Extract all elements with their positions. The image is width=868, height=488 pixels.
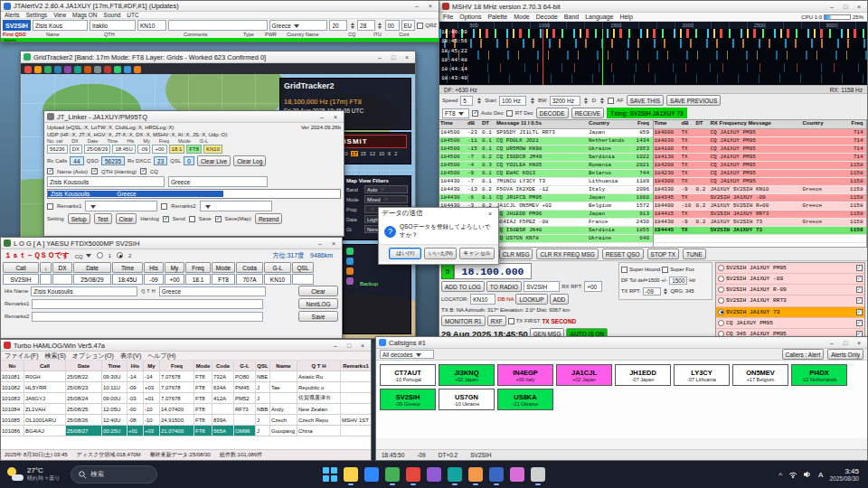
filter-select[interactable]: Mixed — [364, 195, 408, 203]
taskbar-app-icon[interactable] — [531, 467, 545, 482]
rxf-button[interactable]: RXF — [487, 315, 506, 326]
menu-item[interactable]: Mags ON — [72, 12, 97, 18]
menu-item[interactable]: Language — [585, 14, 613, 20]
title-bar[interactable]: Callsigns #1 — [376, 337, 867, 349]
gen-message-row[interactable]: CQ JA1XUY PM95 — [716, 318, 864, 329]
callers-alert-toggle[interactable]: Callers : Alert — [782, 349, 825, 360]
cq-zone-stepper[interactable] — [349, 21, 355, 31]
txe-checkbox[interactable] — [856, 320, 863, 326]
column-button[interactable]: Date — [73, 262, 111, 273]
menu-item[interactable]: ヘルプ(H) — [147, 352, 175, 361]
wifi-icon[interactable] — [788, 471, 797, 478]
action-button[interactable]: STOP TX — [647, 249, 679, 259]
txe-checkbox[interactable] — [856, 309, 863, 315]
toolbar-icon[interactable] — [44, 66, 52, 73]
tx-rpt-stepper[interactable] — [663, 286, 669, 296]
entry-field[interactable]: -09 — [144, 274, 164, 285]
entry-field[interactable]: 25/08/29 — [73, 274, 111, 285]
decode-row[interactable]: 184500 -11 0.1 CQ PD0LK JO21 Netherlands… — [439, 137, 653, 145]
clear-live-button[interactable]: Clear Live — [197, 155, 231, 166]
super-hound-checkbox[interactable] — [621, 267, 627, 273]
column-header[interactable]: Name — [270, 361, 297, 371]
close-button[interactable] — [401, 52, 412, 62]
setup-button[interactable]: Setup — [68, 213, 90, 224]
column-header[interactable]: His — [127, 361, 144, 371]
toolbar-icon[interactable] — [34, 66, 42, 73]
log-table-row[interactable]: 101085 OL1001ARU 25/08/26 12:40U -08 -10… — [1, 415, 371, 426]
band-item[interactable]: 10 — [378, 151, 385, 156]
bw-value[interactable]: 3200 Hz — [550, 96, 580, 106]
country-select[interactable]: Greece — [269, 20, 328, 31]
message-radio[interactable] — [718, 265, 724, 271]
column-button[interactable]: QSL — [292, 262, 314, 273]
his-name-field[interactable]: Zisis Kousoulis — [31, 286, 137, 296]
action-button[interactable]: CLR RX FREQ MSG — [536, 249, 598, 259]
remarks2-field[interactable] — [32, 312, 263, 322]
callsign-tile[interactable]: LY3CY -07 Lithuania — [674, 364, 730, 386]
minimize-button[interactable] — [826, 2, 837, 12]
callsign-tile[interactable]: JI3KNQ +02 Japan — [439, 364, 495, 386]
menu-item[interactable]: File — [443, 14, 453, 20]
remarks2-select[interactable] — [200, 201, 272, 211]
menu-item[interactable]: Palette — [487, 14, 507, 20]
rx-rpt-value[interactable]: +00 — [584, 281, 602, 292]
column-button[interactable]: Freq — [185, 262, 211, 273]
decode-row[interactable]: 184300 TX CQ JA1XUY PM95 1158 — [654, 178, 867, 186]
menu-item[interactable]: View — [53, 12, 66, 18]
start-value[interactable]: 100 Hz — [499, 96, 526, 106]
close-button[interactable] — [854, 2, 864, 12]
column-button[interactable]: Coda — [236, 262, 263, 273]
send-checkbox[interactable] — [163, 216, 169, 222]
continent-field[interactable]: EU — [401, 20, 416, 31]
taskbar-app-icon[interactable] — [510, 467, 524, 482]
receive-button[interactable]: RECEIVE — [571, 108, 605, 118]
taskbar-app-icon[interactable] — [427, 467, 441, 482]
taskbar-app-icon[interactable] — [489, 467, 504, 482]
callsign-tile[interactable]: ON5MEV +17 Belgium — [732, 364, 788, 386]
resend-button[interactable]: Resend — [255, 213, 282, 224]
gen-message-row[interactable]: SV2SIH JA1XUY RR73 — [716, 296, 864, 306]
monitor-button[interactable]: MONITOR R1 — [441, 315, 486, 326]
remarks1-select[interactable] — [85, 201, 157, 211]
action-button[interactable]: CLR MSG — [499, 249, 533, 259]
clock[interactable]: 3:45 2025/08/30 — [829, 467, 859, 483]
toolbar-icon[interactable] — [64, 66, 71, 73]
entry-field[interactable]: +00 — [165, 274, 184, 285]
menu-item[interactable]: Alerts — [5, 12, 20, 18]
decode-row[interactable]: 184430 -13 0.2 F5GVA IK2XDE -12 Italy 20… — [439, 186, 653, 194]
close-button[interactable] — [330, 112, 341, 122]
message-radio[interactable] — [718, 297, 724, 304]
menu-item[interactable]: Help — [619, 14, 632, 20]
rt-dec-checkbox[interactable] — [506, 110, 513, 117]
menu-item[interactable]: Mode — [514, 14, 530, 20]
option2-radio[interactable] — [117, 252, 123, 258]
title-bar[interactable]: JT_Linker - JA1XUY/PM95TQ — [44, 111, 344, 123]
decode-row[interactable]: 184030 TX CQ JA1XUY PM95 714 — [654, 137, 867, 145]
entry-field[interactable]: SV2SIH — [3, 274, 39, 285]
qth-hamlog-checkbox[interactable] — [91, 168, 98, 174]
tx-frequency-cursor[interactable] — [542, 29, 543, 85]
txe-checkbox[interactable] — [856, 265, 863, 271]
clear-log-button[interactable]: Clear Log — [233, 155, 266, 166]
toolbar-icon[interactable] — [94, 66, 101, 73]
comments-field[interactable] — [168, 20, 268, 31]
locator-value[interactable]: KN10 — [470, 294, 495, 305]
name-field[interactable]: Zisis Kous — [33, 20, 88, 31]
mode-select[interactable]: FT8 — [442, 108, 469, 118]
minimize-button[interactable] — [411, 1, 422, 11]
menu-item[interactable]: Band — [564, 14, 579, 20]
decode-row[interactable]: 184500 -23 0.1 SP9SDY JI1LTL RR73 Japan … — [439, 129, 653, 137]
log-table-row[interactable]: 101083 JA6GYJ 25/08/24 09:00U -03 +01 7,… — [1, 393, 371, 404]
super-fox-checkbox[interactable] — [662, 267, 668, 273]
entry-field[interactable]: 707A — [236, 274, 263, 285]
band-item[interactable]: 17 — [351, 151, 358, 156]
column-header[interactable]: QSL — [256, 361, 270, 371]
txe-checkbox[interactable] — [856, 297, 863, 304]
callsign-tile[interactable]: US8KA -21 Ukraine — [497, 389, 553, 410]
decoded-callsign-button[interactable]: SV2SIH — [3, 20, 31, 31]
decode-row[interactable]: 184400 -10 0.2 JA1XUY SV2SIH R+00 Greece… — [654, 202, 867, 211]
filter-select[interactable]: Auto — [364, 185, 408, 193]
toolbar-icon[interactable] — [74, 66, 81, 73]
column-header[interactable]: Q T H — [297, 361, 341, 371]
maximize-button[interactable] — [840, 2, 851, 12]
